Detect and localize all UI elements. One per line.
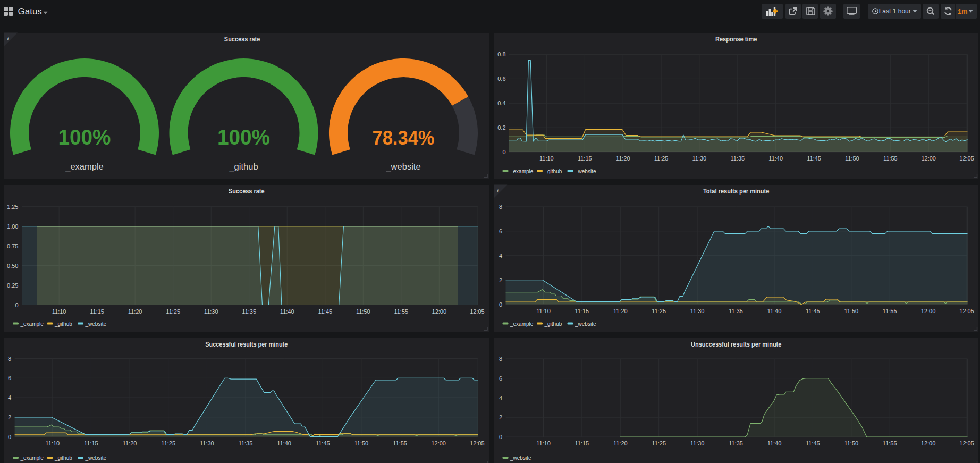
svg-text:4: 4 bbox=[499, 252, 502, 259]
svg-text:11:40: 11:40 bbox=[280, 308, 294, 315]
svg-text:12:05: 12:05 bbox=[959, 308, 974, 314]
svg-text:0: 0 bbox=[502, 149, 505, 155]
svg-text:11:10: 11:10 bbox=[536, 308, 551, 314]
svg-text:0: 0 bbox=[15, 302, 18, 308]
svg-text:11:35: 11:35 bbox=[729, 440, 743, 447]
svg-text:11:50: 11:50 bbox=[844, 440, 858, 447]
svg-text:4: 4 bbox=[8, 394, 11, 401]
svg-text:_website: _website bbox=[85, 455, 107, 461]
svg-text:11:20: 11:20 bbox=[128, 308, 142, 315]
svg-text:8: 8 bbox=[499, 204, 502, 210]
svg-text:11:35: 11:35 bbox=[730, 155, 745, 162]
svg-text:11:10: 11:10 bbox=[52, 308, 66, 315]
svg-text:12:00: 12:00 bbox=[921, 308, 936, 314]
svg-text:11:15: 11:15 bbox=[578, 155, 592, 162]
svg-text:100%: 100% bbox=[217, 125, 270, 149]
svg-text:Successful results per minute: Successful results per minute bbox=[205, 341, 288, 348]
svg-text:11:25: 11:25 bbox=[652, 440, 666, 447]
svg-text:11:50: 11:50 bbox=[354, 440, 369, 447]
svg-text:11:30: 11:30 bbox=[690, 440, 705, 447]
svg-text:Total results per minute: Total results per minute bbox=[703, 188, 770, 195]
svg-text:11:40: 11:40 bbox=[768, 155, 783, 162]
svg-text:0.4: 0.4 bbox=[497, 100, 505, 106]
svg-text:11:30: 11:30 bbox=[692, 155, 707, 162]
svg-text:11:30: 11:30 bbox=[690, 308, 705, 314]
svg-text:0.6: 0.6 bbox=[497, 75, 505, 82]
svg-text:8: 8 bbox=[8, 356, 11, 362]
svg-text:Response time: Response time bbox=[715, 36, 757, 43]
svg-text:11:45: 11:45 bbox=[806, 308, 820, 314]
svg-text:6: 6 bbox=[499, 375, 502, 382]
svg-text:_github: _github bbox=[544, 169, 562, 174]
svg-text:0.75: 0.75 bbox=[7, 243, 18, 249]
svg-text:12:05: 12:05 bbox=[470, 440, 485, 447]
svg-text:8: 8 bbox=[499, 356, 502, 362]
svg-text:11:45: 11:45 bbox=[807, 155, 821, 162]
svg-text:_website: _website bbox=[575, 169, 596, 174]
svg-text:_example: _example bbox=[65, 162, 104, 172]
svg-text:1.25: 1.25 bbox=[7, 204, 18, 210]
svg-text:12:00: 12:00 bbox=[431, 440, 446, 447]
svg-text:11:25: 11:25 bbox=[652, 308, 666, 314]
svg-text:_website: _website bbox=[85, 321, 107, 327]
svg-text:2: 2 bbox=[8, 414, 11, 420]
svg-text:11:55: 11:55 bbox=[883, 155, 898, 162]
svg-text:_github: _github bbox=[54, 321, 72, 327]
svg-text:11:45: 11:45 bbox=[316, 440, 330, 447]
svg-text:_website: _website bbox=[385, 162, 420, 172]
svg-text:11:10: 11:10 bbox=[539, 155, 554, 162]
svg-text:6: 6 bbox=[8, 375, 11, 381]
svg-text:Unsuccessful results per minut: Unsuccessful results per minute bbox=[691, 341, 782, 348]
svg-text:11:20: 11:20 bbox=[123, 440, 137, 447]
svg-text:_example: _example bbox=[20, 321, 44, 327]
svg-text:11:40: 11:40 bbox=[767, 308, 782, 314]
svg-text:11:10: 11:10 bbox=[536, 440, 551, 447]
svg-text:11:55: 11:55 bbox=[883, 308, 897, 314]
svg-text:11:35: 11:35 bbox=[239, 440, 253, 447]
svg-text:11:25: 11:25 bbox=[166, 308, 180, 315]
svg-text:6: 6 bbox=[499, 228, 502, 234]
svg-text:11:15: 11:15 bbox=[84, 440, 98, 447]
svg-text:12:00: 12:00 bbox=[921, 155, 936, 162]
svg-text:11:55: 11:55 bbox=[394, 308, 408, 315]
svg-text:0: 0 bbox=[499, 434, 502, 440]
svg-text:11:30: 11:30 bbox=[200, 440, 214, 447]
svg-text:_website: _website bbox=[575, 321, 596, 327]
svg-text:11:20: 11:20 bbox=[613, 440, 628, 447]
svg-text:0: 0 bbox=[8, 434, 11, 440]
svg-text:100%: 100% bbox=[58, 125, 111, 149]
svg-text:_example: _example bbox=[510, 169, 534, 174]
svg-text:11:35: 11:35 bbox=[242, 308, 256, 315]
svg-text:11:45: 11:45 bbox=[318, 308, 332, 315]
svg-text:11:55: 11:55 bbox=[393, 440, 407, 447]
svg-text:11:50: 11:50 bbox=[845, 155, 859, 162]
svg-text:_example: _example bbox=[510, 321, 534, 327]
svg-text:11:30: 11:30 bbox=[204, 308, 218, 315]
svg-text:11:35: 11:35 bbox=[729, 308, 743, 314]
svg-text:11:15: 11:15 bbox=[575, 308, 589, 314]
svg-text:11:20: 11:20 bbox=[616, 155, 630, 162]
svg-text:Success rate: Success rate bbox=[224, 36, 260, 43]
svg-text:11:15: 11:15 bbox=[90, 308, 104, 315]
svg-text:2: 2 bbox=[499, 414, 502, 420]
svg-text:4: 4 bbox=[499, 395, 502, 401]
svg-text:11:25: 11:25 bbox=[161, 440, 175, 447]
svg-text:_example: _example bbox=[20, 455, 44, 461]
svg-text:Success rate: Success rate bbox=[229, 188, 265, 195]
svg-text:11:55: 11:55 bbox=[883, 440, 897, 447]
svg-text:_github: _github bbox=[54, 455, 72, 461]
svg-text:12:00: 12:00 bbox=[432, 308, 447, 315]
svg-text:0.2: 0.2 bbox=[497, 124, 505, 131]
svg-text:11:25: 11:25 bbox=[654, 155, 669, 162]
svg-text:1.00: 1.00 bbox=[7, 223, 18, 230]
svg-text:11:20: 11:20 bbox=[613, 308, 628, 314]
svg-text:11:50: 11:50 bbox=[844, 308, 858, 314]
svg-text:11:45: 11:45 bbox=[806, 440, 820, 447]
svg-text:11:15: 11:15 bbox=[575, 440, 589, 447]
svg-text:0.50: 0.50 bbox=[7, 263, 18, 269]
svg-text:12:00: 12:00 bbox=[921, 440, 936, 447]
svg-text:11:40: 11:40 bbox=[767, 440, 782, 447]
svg-text:_website: _website bbox=[510, 455, 531, 461]
svg-text:12:05: 12:05 bbox=[470, 308, 485, 315]
svg-text:12:05: 12:05 bbox=[959, 440, 974, 447]
